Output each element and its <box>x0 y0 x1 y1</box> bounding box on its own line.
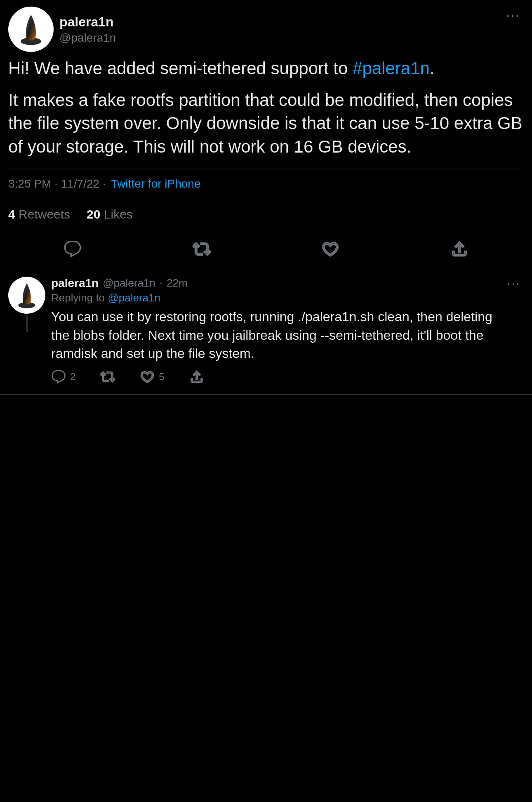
tweet-source[interactable]: Twitter for iPhone <box>111 177 201 191</box>
replying-to: Replying to @palera1n <box>51 292 504 304</box>
reply-retweet-button[interactable] <box>100 369 115 384</box>
reply-share-button[interactable] <box>189 369 204 384</box>
reply-header: palera1n @palera1n · 22m Replying to @pa… <box>8 277 524 384</box>
reply-like-button[interactable]: 5 <box>140 369 164 384</box>
reply-content: palera1n @palera1n · 22m Replying to @pa… <box>51 277 504 384</box>
reply-avatar[interactable] <box>8 277 45 314</box>
likes-label: Likes <box>104 207 133 221</box>
hashtag-palera1n[interactable]: #palera1n <box>353 59 430 78</box>
main-tweet: palera1n @palera1n ··· Hi! We have added… <box>0 0 532 270</box>
tweet-body: Hi! We have added semi-tethered support … <box>8 57 524 159</box>
tweet-header-left: palera1n @palera1n <box>8 7 116 52</box>
retweet-count: 4 <box>8 207 15 221</box>
retweet-label: Retweets <box>19 207 70 221</box>
reply-reply-button[interactable]: 2 <box>51 369 75 384</box>
reply-like-count: 5 <box>159 371 164 383</box>
reply-header-left: palera1n @palera1n · 22m Replying to @pa… <box>8 277 504 384</box>
reply-mention[interactable]: @palera1n <box>108 292 160 304</box>
reply-reply-count: 2 <box>70 371 75 383</box>
tweet-stats: 4 Retweets 20 Likes <box>8 199 524 230</box>
tweet-timestamp: 3:25 PM · 11/7/22 · <box>8 177 106 191</box>
reply-username[interactable]: @palera1n <box>103 277 155 289</box>
reply-time: · <box>160 277 162 289</box>
avatar[interactable] <box>8 7 54 52</box>
tweet-paragraph-2: It makes a fake rootfs partition that co… <box>8 89 524 159</box>
like-stat[interactable]: 20 Likes <box>87 207 133 221</box>
share-button[interactable] <box>445 235 473 263</box>
tweet-paragraph-1: Hi! We have added semi-tethered support … <box>8 57 524 80</box>
reply-user-row: palera1n @palera1n · 22m <box>51 277 504 290</box>
retweet-button[interactable] <box>188 235 216 263</box>
like-button[interactable] <box>316 235 344 263</box>
reply-actions: 2 5 <box>51 369 504 384</box>
tweet-header: palera1n @palera1n ··· <box>8 7 524 52</box>
more-options-button[interactable]: ··· <box>502 8 524 22</box>
like-count: 20 <box>87 207 100 221</box>
user-info: palera1n @palera1n <box>59 14 116 45</box>
thread-line <box>26 315 28 332</box>
tweet-actions <box>8 230 524 270</box>
reply-more-options-button[interactable]: ··· <box>504 277 524 290</box>
reply-button[interactable] <box>59 235 87 263</box>
reply-display-name[interactable]: palera1n <box>51 277 99 290</box>
reply-body: You can use it by restoring rootfs, runn… <box>51 308 504 363</box>
reply-time-value: 22m <box>167 277 188 289</box>
retweet-stat[interactable]: 4 Retweets <box>8 207 70 221</box>
reply-avatar-col <box>8 277 45 332</box>
tweet-meta: 3:25 PM · 11/7/22 · Twitter for iPhone <box>8 169 524 199</box>
username[interactable]: @palera1n <box>59 31 116 45</box>
display-name[interactable]: palera1n <box>59 14 116 30</box>
reply-tweet: palera1n @palera1n · 22m Replying to @pa… <box>0 270 532 395</box>
